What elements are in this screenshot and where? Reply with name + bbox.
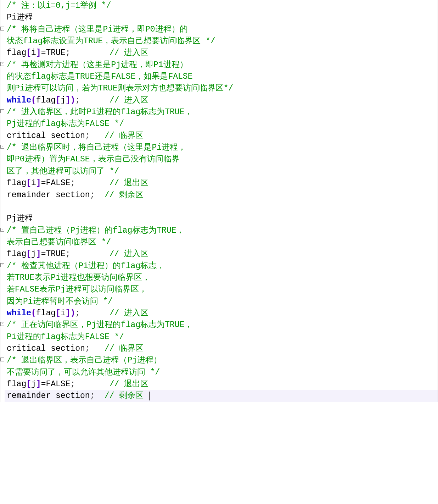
- code-line[interactable]: -/* 正在访问临界区，Pj进程的flag标志为TRUE，: [5, 319, 438, 331]
- code-token-plain: [75, 178, 110, 188]
- code-line[interactable]: -/* 置自己进程（Pj进程）的flag标志为TRUE，: [5, 225, 438, 237]
- code-token-comment: 若TRUE表示Pi进程也想要访问临界区，: [7, 273, 150, 282]
- code-line[interactable]: 因为Pi进程暂时不会访问 */: [5, 296, 438, 308]
- code-token-punct: ;: [75, 96, 80, 105]
- code-line[interactable]: critical section; // 临界区: [5, 130, 438, 142]
- fold-minus-icon[interactable]: -: [0, 145, 4, 149]
- code-line[interactable]: /* 注：以i=0,j=1举例 */: [5, 0, 438, 12]
- code-editor[interactable]: /* 注：以i=0,j=1举例 */Pi进程-/* 将将自己进程（这里是Pi进程…: [0, 0, 438, 402]
- code-token-comment: // 退出区: [110, 178, 148, 188]
- fold-minus-icon[interactable]: -: [0, 109, 4, 113]
- code-line[interactable]: 若FALSE表示Pj进程可以访问临界区，: [5, 284, 438, 295]
- code-line[interactable]: while(flag[i]); // 进入区: [5, 308, 438, 319]
- code-token-comment: /* 退出临界区，表示自己进程（Pj进程）: [7, 356, 162, 365]
- code-token-punct: ;: [66, 249, 71, 259]
- code-token-punct: ;: [85, 344, 90, 353]
- code-line[interactable]: Pi进程的flag标志为FALSE */: [5, 331, 438, 343]
- code-token-plain: j: [61, 96, 66, 105]
- code-token-plain: [70, 249, 109, 259]
- code-token-comment: 即P0进程）置为FALSE，表示自己没有访问临界: [7, 155, 180, 164]
- code-token-plain: [95, 190, 105, 200]
- code-token-comment: // 进入区: [110, 249, 148, 259]
- code-line[interactable]: 则Pi进程可以访问，若为TRUE则表示对方也想要访问临界区*/: [5, 83, 438, 94]
- code-token-punct: ;: [85, 131, 90, 140]
- code-token-plain: [80, 309, 110, 318]
- code-token-plain: Pj进程: [7, 214, 33, 223]
- code-line[interactable]: 状态flag标志设置为TRUE，表示自己想要访问临界区 */: [5, 35, 438, 47]
- code-token-comment: /* 进入临界区，此时Pi进程的flag标志为TRUE，: [7, 107, 192, 117]
- code-token-plain: [90, 344, 105, 353]
- fold-minus-icon[interactable]: -: [0, 228, 4, 232]
- code-line[interactable]: remainder section; // 剩余区: [5, 390, 438, 402]
- code-token-comment: // 进入区: [110, 96, 148, 105]
- code-token-comment: // 进入区: [110, 48, 148, 57]
- code-token-plain: Pi进程: [7, 13, 33, 22]
- code-token-bracket: ]: [36, 380, 41, 389]
- code-token-comment: /* 再检测对方进程（这里是Pj进程，即P1进程）: [7, 60, 188, 70]
- code-line[interactable]: 表示自己想要访问临界区 */: [5, 237, 438, 248]
- code-token-plain: [80, 96, 110, 105]
- code-token-plain: i: [31, 178, 36, 188]
- fold-minus-icon[interactable]: -: [0, 358, 4, 361]
- code-token-plain: flag: [7, 380, 26, 389]
- fold-minus-icon[interactable]: -: [0, 263, 4, 267]
- code-line[interactable]: -/* 进入临界区，此时Pi进程的flag标志为TRUE，: [5, 106, 438, 118]
- code-line[interactable]: Pj进程: [5, 213, 438, 225]
- code-line[interactable]: -/* 检查其他进程（Pi进程）的flag标志，: [5, 260, 438, 272]
- code-token-bracket: ]: [36, 48, 41, 57]
- code-line[interactable]: -/* 退出临界区，表示自己进程（Pj进程）: [5, 355, 438, 366]
- code-token-plain: critical section: [7, 344, 85, 353]
- code-token-plain: j: [31, 380, 36, 389]
- code-token-punct: ;: [75, 309, 80, 318]
- code-token-bracket: [: [26, 249, 31, 259]
- code-line[interactable]: flag[i]=TRUE; // 进入区: [5, 47, 438, 59]
- code-line[interactable]: flag[j]=FALSE; // 退出区: [5, 378, 438, 390]
- code-token-plain: flag: [36, 96, 56, 105]
- code-token-plain: j: [31, 249, 36, 259]
- code-line[interactable]: while(flag[j]); // 进入区: [5, 95, 438, 106]
- code-line[interactable]: 不需要访问了，可以允许其他进程访问 */: [5, 367, 438, 378]
- code-token-plain: flag: [36, 309, 56, 318]
- code-token-plain: =TRUE: [41, 249, 66, 259]
- code-token-comment: Pj进程的flag标志为FALSE */: [7, 119, 124, 128]
- code-line[interactable]: 即P0进程）置为FALSE，表示自己没有访问临界: [5, 154, 438, 165]
- code-token-plain: [75, 380, 110, 389]
- code-token-bracket: [: [26, 380, 31, 389]
- code-line[interactable]: -/* 将将自己进程（这里是Pi进程，即P0进程）的: [5, 24, 438, 35]
- code-token-plain: [95, 391, 105, 400]
- code-token-bracket: ]: [36, 178, 41, 188]
- code-token-plain: =TRUE: [41, 48, 66, 57]
- code-token-bracket: ]): [66, 96, 75, 105]
- code-line[interactable]: remainder section; // 剩余区: [5, 189, 438, 201]
- code-token-plain: [90, 131, 105, 140]
- code-token-plain: flag: [7, 48, 26, 57]
- code-line[interactable]: 的状态flag标志是TRUE还是FALSE，如果是FALSE: [5, 71, 438, 83]
- code-line[interactable]: flag[i]=FALSE; // 退出区: [5, 177, 438, 189]
- code-token-plain: remainder section: [7, 190, 90, 200]
- code-line[interactable]: 区了，其他进程可以访问了 */: [5, 166, 438, 177]
- code-token-punct: ;: [70, 178, 75, 188]
- text-caret: [149, 392, 150, 400]
- code-token-comment: 因为Pi进程暂时不会访问 */: [7, 297, 113, 306]
- fold-minus-icon[interactable]: -: [0, 322, 4, 326]
- code-token-plain: =FALSE: [41, 380, 71, 389]
- code-token-plain: flag: [7, 178, 26, 188]
- code-line[interactable]: flag[j]=TRUE; // 进入区: [5, 248, 438, 260]
- code-line[interactable]: -/* 再检测对方进程（这里是Pj进程，即P1进程）: [5, 59, 438, 71]
- code-token-punct: ;: [90, 190, 95, 200]
- code-token-bracket: (: [31, 309, 36, 318]
- code-token-punct: ;: [90, 391, 95, 400]
- code-line[interactable]: Pj进程的flag标志为FALSE */: [5, 118, 438, 130]
- code-token-comment: /* 将将自己进程（这里是Pi进程，即P0进程）的: [7, 25, 188, 34]
- code-line[interactable]: [5, 201, 438, 213]
- code-token-bracket: [: [56, 96, 61, 105]
- code-line[interactable]: critical section; // 临界区: [5, 343, 438, 355]
- fold-minus-icon[interactable]: -: [0, 27, 4, 31]
- code-line[interactable]: 若TRUE表示Pi进程也想要访问临界区，: [5, 272, 438, 284]
- code-token-comment: 则Pi进程可以访问，若为TRUE则表示对方也想要访问临界区*/: [7, 84, 233, 93]
- code-token-plain: [7, 202, 12, 211]
- code-line[interactable]: Pi进程: [5, 12, 438, 23]
- code-line[interactable]: -/* 退出临界区时，将自己进程（这里是Pi进程，: [5, 142, 438, 154]
- code-token-bracket: [: [56, 309, 61, 318]
- fold-minus-icon[interactable]: -: [0, 62, 4, 66]
